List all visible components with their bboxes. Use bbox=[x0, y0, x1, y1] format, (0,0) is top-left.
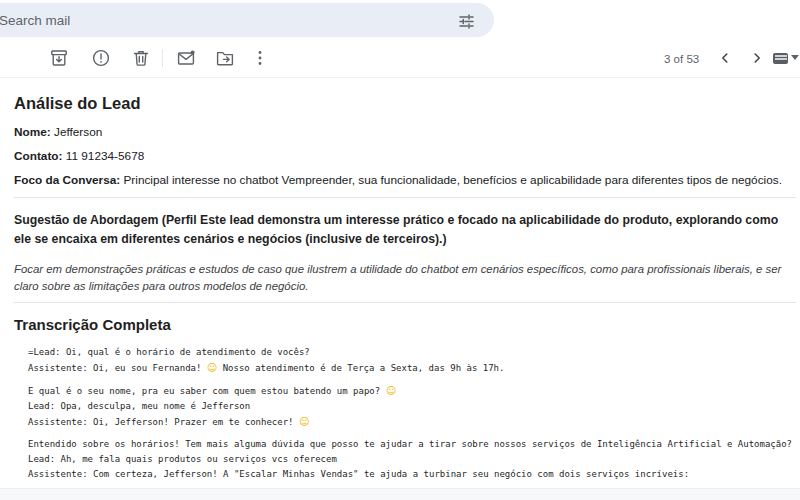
email-body: Análise do Lead Nome: Jefferson Contato:… bbox=[0, 78, 800, 500]
field-label: Foco da Conversa: bbox=[14, 173, 120, 187]
search-input[interactable] bbox=[0, 13, 494, 28]
newer-email-button[interactable] bbox=[716, 48, 734, 68]
keyboard-icon bbox=[773, 53, 788, 64]
smiley-emoji: ☺ bbox=[386, 385, 396, 396]
email-toolbar: 3 of 53 bbox=[0, 40, 800, 78]
mark-unread-button[interactable] bbox=[176, 48, 196, 68]
report-spam-icon bbox=[91, 48, 111, 68]
search-bar[interactable] bbox=[0, 3, 494, 37]
suggestion-detail: Focar em demonstrações práticas e estudo… bbox=[14, 261, 796, 295]
field-nome: Nome: Jefferson bbox=[14, 125, 796, 140]
transcript-line: Lead: Opa, desculpa, meu nome é Jefferso… bbox=[28, 399, 796, 414]
transcript-line: Assistente: Oi, Jefferson! Prazer em te … bbox=[28, 414, 796, 430]
pagination-label: 3 of 53 bbox=[664, 53, 699, 65]
field-value: Principal interesse no chatbot Vempreend… bbox=[123, 173, 781, 187]
transcript-line: Assistente: Oi, eu sou Fernanda! ☺ Nosso… bbox=[28, 360, 796, 376]
transcript-line bbox=[28, 430, 796, 437]
vertical-dots-icon bbox=[250, 48, 270, 68]
chevron-left-icon bbox=[718, 51, 732, 65]
transcript-line: Lead: Ah, me fala quais produtos ou serv… bbox=[28, 452, 796, 467]
section-divider bbox=[14, 302, 796, 303]
more-options-button[interactable] bbox=[250, 48, 270, 68]
transcript-line: =Lead: Oi, qual é o horário de atendimen… bbox=[28, 345, 796, 360]
trash-icon bbox=[131, 48, 151, 68]
input-tools-selector[interactable] bbox=[773, 50, 799, 66]
archive-button[interactable] bbox=[49, 48, 69, 68]
archive-icon bbox=[49, 48, 69, 68]
tune-icon bbox=[457, 12, 475, 30]
field-value: Jefferson bbox=[54, 125, 102, 139]
topbar: ? bbox=[0, 0, 800, 40]
bottom-strip bbox=[0, 488, 800, 500]
field-value: 11 91234-5678 bbox=[66, 149, 145, 163]
transcript-line: Entendido sobre os horários! Tem mais al… bbox=[28, 437, 796, 452]
move-to-folder-icon bbox=[215, 48, 235, 68]
toolbar-divider bbox=[162, 49, 163, 67]
delete-button[interactable] bbox=[131, 48, 151, 68]
field-contato: Contato: 11 91234-5678 bbox=[14, 149, 796, 164]
smiley-emoji: ☺ bbox=[207, 362, 217, 373]
gmail-window: ? bbox=[0, 0, 800, 500]
report-spam-button[interactable] bbox=[91, 48, 111, 68]
field-label: Contato: bbox=[14, 149, 62, 163]
field-label: Nome: bbox=[14, 125, 51, 139]
chevron-right-icon bbox=[750, 51, 764, 65]
field-foco: Foco da Conversa: Principal interesse no… bbox=[14, 173, 796, 188]
transcript-title: Transcrição Completa bbox=[14, 316, 796, 333]
search-options-button[interactable] bbox=[456, 11, 476, 31]
caret-down-icon bbox=[791, 55, 799, 60]
smiley-emoji: ☺ bbox=[299, 416, 309, 427]
section-divider bbox=[14, 197, 796, 198]
transcript-lines: =Lead: Oi, qual é o horário de atendimen… bbox=[28, 345, 796, 500]
mark-unread-icon bbox=[176, 48, 196, 68]
suggestion-heading: Sugestão de Abordagem (Perfil Este lead … bbox=[14, 211, 796, 249]
transcript-line: E qual é o seu nome, pra eu saber com qu… bbox=[28, 383, 796, 399]
transcript-line bbox=[28, 376, 796, 383]
transcript-line: Assistente: Com certeza, Jefferson! A "E… bbox=[28, 467, 796, 482]
older-email-button[interactable] bbox=[748, 48, 766, 68]
move-to-button[interactable] bbox=[215, 48, 235, 68]
email-title: Análise do Lead bbox=[14, 94, 796, 113]
